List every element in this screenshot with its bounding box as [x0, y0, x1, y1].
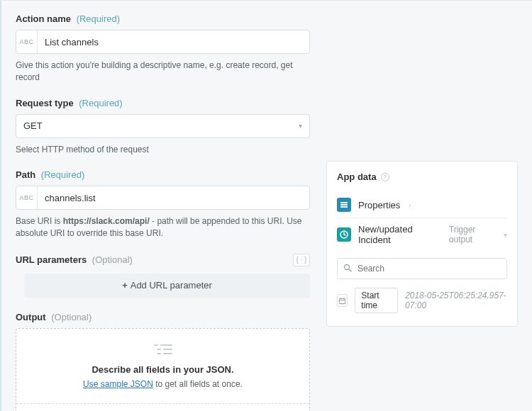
help-icon[interactable]: ? [381, 173, 389, 181]
url-parameters-field: URL parameters (Optional) { · } + Add UR… [16, 254, 310, 298]
action-name-help: Give this action you're building a descr… [16, 60, 310, 84]
properties-icon [337, 198, 351, 212]
required-tag: (Required) [41, 169, 84, 180]
output-title: Describe all fields in your JSON. [23, 364, 302, 375]
side-search[interactable] [337, 258, 507, 279]
optional-tag: (Optional) [51, 312, 92, 322]
app-data-panel: App data ? Properties › New/updated Inci… [326, 161, 518, 327]
chevron-down-icon: ▾ [504, 231, 507, 239]
request-type-help: Select HTTP method of the request [16, 144, 310, 156]
output-label: Output [16, 312, 46, 322]
properties-row[interactable]: Properties › [337, 192, 507, 218]
plus-icon: + [122, 280, 128, 291]
svg-rect-0 [340, 202, 348, 203]
incident-label: New/updated Incident [358, 224, 439, 245]
action-name-input[interactable] [38, 37, 309, 47]
json-schema-icon [154, 344, 172, 357]
output-field: Output (Optional) Describe all fields in… [16, 312, 310, 411]
request-type-value: GET [23, 120, 43, 131]
svg-line-5 [349, 269, 351, 271]
start-time-pill[interactable]: Start time [355, 288, 398, 313]
required-tag: (Required) [77, 13, 120, 24]
app-data-title: App data [337, 171, 377, 182]
svg-rect-1 [340, 204, 348, 206]
action-name-field: Action name (Required) ABC Give this act… [16, 13, 310, 84]
properties-label: Properties [358, 200, 400, 210]
path-field: Path (Required) ABC Base URI is https://… [16, 169, 310, 240]
url-parameters-toggle[interactable]: { · } [293, 254, 310, 266]
output-subtext: Use sample JSON to get all fields at onc… [23, 379, 302, 389]
url-parameters-label: URL parameters [16, 254, 87, 265]
use-sample-json-link[interactable]: Use sample JSON [83, 379, 153, 389]
clock-icon [337, 227, 351, 242]
incident-row[interactable]: New/updated Incident Trigger output ▾ [337, 218, 507, 251]
path-input[interactable] [38, 193, 309, 203]
path-label: Path [16, 169, 35, 180]
add-url-parameter-label: Add URL parameter [131, 280, 212, 291]
action-name-label: Action name [16, 13, 71, 24]
svg-rect-6 [340, 298, 345, 303]
request-type-label: Request type [16, 98, 74, 108]
path-input-wrapper[interactable]: ABC [16, 186, 310, 210]
add-url-parameter-button[interactable]: + Add URL parameter [24, 274, 310, 298]
search-icon [343, 264, 352, 274]
output-box: Describe all fields in your JSON. Use sa… [16, 328, 310, 411]
chevron-down-icon: ▾ [299, 122, 302, 130]
svg-point-4 [345, 264, 350, 269]
start-time-row: Start time 2018-05-25T06:25:24.957-07:00 [337, 288, 507, 313]
incident-sublabel: Trigger output [449, 225, 497, 244]
start-time-value: 2018-05-25T06:25:24.957-07:00 [405, 291, 507, 310]
chevron-right-icon: › [409, 201, 411, 209]
action-name-input-wrapper[interactable]: ABC [16, 30, 310, 54]
path-help: Base URI is https://slack.com/api/ - pat… [16, 215, 310, 240]
text-type-icon: ABC [16, 186, 38, 209]
required-tag: (Required) [79, 98, 122, 108]
request-type-select[interactable]: GET ▾ [16, 114, 310, 138]
add-field-button[interactable]: + Add field [16, 403, 309, 411]
svg-rect-2 [340, 206, 348, 208]
optional-tag: (Optional) [92, 254, 133, 265]
side-search-input[interactable] [356, 263, 501, 274]
request-type-field: Request type (Required) GET ▾ Select HTT… [16, 98, 310, 156]
calendar-icon [337, 294, 348, 307]
text-type-icon: ABC [16, 30, 38, 53]
